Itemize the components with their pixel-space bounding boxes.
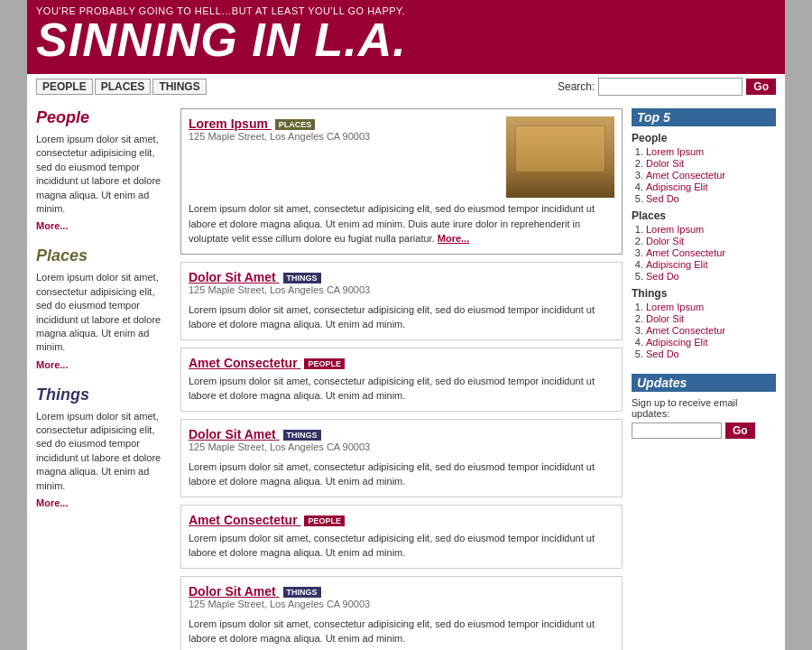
- listing-item: Dolor Sit Amet THINGS 125 Maple Street, …: [180, 576, 623, 651]
- top5-heading: Top 5: [632, 108, 776, 126]
- left-sidebar: People Lorem ipsum dolor sit amet, conse…: [36, 108, 171, 650]
- listing-title-area: Amet Consectetur PEOPLE: [189, 356, 614, 370]
- tag-badge: PEOPLE: [304, 358, 345, 369]
- list-item: Adipiscing Elit: [646, 259, 776, 270]
- top5-things-item-link[interactable]: Amet Consectetur: [646, 325, 725, 336]
- top5-people-item-link[interactable]: Sed Do: [646, 193, 679, 204]
- list-item: Amet Consectetur: [646, 247, 776, 258]
- listing-title: Lorem Ipsum PLACES: [189, 116, 315, 131]
- listing-title-area: Amet Consectetur PEOPLE: [189, 513, 614, 527]
- listing-description: Lorem ipsum dolor sit amet, consectetur …: [189, 460, 614, 489]
- listing-title-area: Lorem Ipsum PLACES 125 Maple Street, Los…: [189, 116, 497, 145]
- list-item: Lorem Ipsum: [646, 302, 776, 312]
- listing-address: 125 Maple Street, Los Angeles CA 90003: [189, 441, 614, 452]
- listing-title-area: Dolor Sit Amet THINGS 125 Maple Street, …: [189, 427, 614, 456]
- list-item: Adipiscing Elit: [646, 337, 776, 348]
- listing-description: Lorem ipsum dolor sit amet, consectetur …: [189, 201, 614, 246]
- top5-things-item-link[interactable]: Sed Do: [646, 348, 679, 359]
- tag-badge: THINGS: [283, 587, 321, 598]
- top5-people-item-link[interactable]: Dolor Sit: [646, 158, 684, 169]
- content-area: People Lorem ipsum dolor sit amet, conse…: [27, 99, 785, 650]
- listing-address: 125 Maple Street, Los Angeles CA 90003: [189, 131, 497, 142]
- listing-title: Dolor Sit Amet THINGS: [189, 427, 321, 441]
- list-item: Dolor Sit: [646, 158, 776, 169]
- listing-title: Dolor Sit Amet THINGS: [189, 584, 321, 599]
- listing-item: Lorem Ipsum PLACES 125 Maple Street, Los…: [180, 108, 623, 255]
- listing-title: Amet Consectetur PEOPLE: [189, 513, 345, 527]
- list-item: Sed Do: [646, 271, 776, 282]
- listing-header: Dolor Sit Amet THINGS 125 Maple Street, …: [189, 584, 614, 613]
- listing-title-link[interactable]: Dolor Sit Amet: [189, 584, 276, 599]
- top5-places-item-link[interactable]: Adipiscing Elit: [646, 259, 707, 270]
- list-item: Sed Do: [646, 348, 776, 359]
- top5-people-item-link[interactable]: Adipiscing Elit: [646, 181, 707, 192]
- listing-title-link[interactable]: Dolor Sit Amet: [189, 427, 276, 441]
- updates-go-button[interactable]: Go: [725, 422, 755, 439]
- top5-people-item-link[interactable]: Amet Consectetur: [646, 170, 725, 181]
- sidebar-things: Things Lorem ipsum dolor sit amet, conse…: [36, 385, 171, 509]
- listing-address: 125 Maple Street, Los Angeles CA 90003: [189, 599, 614, 609]
- search-input[interactable]: [598, 78, 743, 96]
- updates-email-input[interactable]: [632, 422, 722, 439]
- listing-title-area: Dolor Sit Amet THINGS 125 Maple Street, …: [189, 584, 614, 613]
- listing-item: Dolor Sit Amet THINGS 125 Maple Street, …: [180, 419, 623, 497]
- tag-badge: THINGS: [283, 273, 321, 283]
- sidebar-people-heading: People: [36, 108, 171, 127]
- listing-item: Amet Consectetur PEOPLE Lorem ipsum dolo…: [180, 348, 623, 412]
- listing-description: Lorem ipsum dolor sit amet, consectetur …: [189, 617, 614, 646]
- sidebar-places-more[interactable]: More...: [36, 359, 68, 370]
- listing-title: Amet Consectetur PEOPLE: [189, 356, 345, 370]
- list-item: Adipiscing Elit: [646, 181, 776, 192]
- updates-row: Go: [632, 422, 776, 439]
- top5-things-item-link[interactable]: Lorem Ipsum: [646, 302, 704, 312]
- nav-bar: PEOPLE PLACES THINGS Search: Go: [27, 72, 785, 99]
- nav-places[interactable]: PLACES: [95, 79, 152, 95]
- updates-heading: Updates: [632, 374, 776, 392]
- sidebar-people-more[interactable]: More...: [36, 220, 68, 231]
- list-item: Dolor Sit: [646, 236, 776, 246]
- listing-title: Dolor Sit Amet THINGS: [189, 270, 321, 284]
- listing-address: 125 Maple Street, Los Angeles CA 90003: [189, 284, 614, 295]
- search-go-button[interactable]: Go: [746, 79, 776, 95]
- tag-badge: THINGS: [283, 430, 321, 441]
- sidebar-places-text: Lorem ipsum dolor sit amet, consectetur …: [36, 271, 171, 354]
- listing-title-link[interactable]: Amet Consectetur: [189, 356, 298, 370]
- sidebar-things-more[interactable]: More...: [36, 497, 68, 508]
- listing-header: Dolor Sit Amet THINGS 125 Maple Street, …: [189, 270, 614, 299]
- top5-people-item-link[interactable]: Lorem Ipsum: [646, 146, 704, 157]
- listing-title-link[interactable]: Lorem Ipsum: [189, 116, 268, 131]
- nav-people[interactable]: PEOPLE: [36, 79, 93, 95]
- nav-things[interactable]: THINGS: [152, 79, 206, 95]
- sidebar-places-heading: Places: [36, 246, 171, 265]
- main-nav: PEOPLE PLACES THINGS: [36, 79, 208, 95]
- top5-places-item-link[interactable]: Dolor Sit: [646, 236, 684, 246]
- listing-title-link[interactable]: Amet Consectetur: [189, 513, 298, 527]
- list-item: Dolor Sit: [646, 313, 776, 324]
- listing-more-link[interactable]: More...: [438, 233, 469, 244]
- listing-description: Lorem ipsum dolor sit amet, consectetur …: [189, 531, 614, 561]
- top5-things-label: Things: [632, 287, 776, 300]
- top5-places-item-link[interactable]: Amet Consectetur: [646, 247, 725, 258]
- top5-places-item-link[interactable]: Sed Do: [646, 271, 679, 282]
- top5-places-label: Places: [632, 209, 776, 222]
- listing-title-link[interactable]: Dolor Sit Amet: [189, 270, 276, 284]
- listing-description: Lorem ipsum dolor sit amet, consectetur …: [189, 374, 614, 404]
- sidebar-people-text: Lorem ipsum dolor sit amet, consectetur …: [36, 133, 171, 216]
- listing-header: Amet Consectetur PEOPLE: [189, 356, 614, 370]
- top5-things-item-link[interactable]: Dolor Sit: [646, 313, 684, 324]
- top5-things-item-link[interactable]: Adipiscing Elit: [646, 337, 707, 348]
- top5-places-item-link[interactable]: Lorem Ipsum: [646, 224, 704, 235]
- updates-text: Sign up to receive email updates:: [632, 397, 776, 419]
- listing-image: [506, 116, 614, 198]
- top5-section: Top 5 People Lorem IpsumDolor SitAmet Co…: [632, 108, 776, 359]
- list-item: Lorem Ipsum: [646, 224, 776, 235]
- list-item: Amet Consectetur: [646, 325, 776, 336]
- right-sidebar: Top 5 People Lorem IpsumDolor SitAmet Co…: [632, 108, 776, 650]
- page-wrapper: YOU'RE PROBABLY GOING TO HELL…BUT AT LEA…: [27, 0, 785, 650]
- listing-title-area: Dolor Sit Amet THINGS 125 Maple Street, …: [189, 270, 614, 299]
- search-label: Search:: [558, 80, 595, 93]
- top5-things-list: Lorem IpsumDolor SitAmet ConsecteturAdip…: [646, 302, 776, 359]
- listing-description: Lorem ipsum dolor sit amet, consectetur …: [189, 302, 614, 332]
- top5-people-label: People: [632, 132, 776, 144]
- list-item: Sed Do: [646, 193, 776, 204]
